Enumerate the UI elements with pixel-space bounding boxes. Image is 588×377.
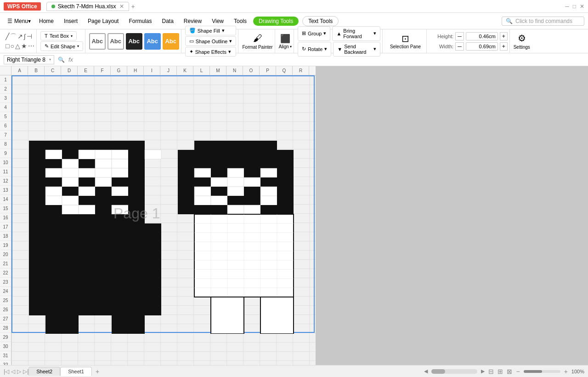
abc-style-1[interactable]: Abc (89, 33, 106, 50)
col-G[interactable]: G (111, 66, 127, 75)
zoom-slider[interactable] (524, 370, 560, 373)
connector-icon[interactable]: ⊣ (27, 33, 32, 41)
menu-review[interactable]: Review (179, 16, 206, 26)
search-box[interactable]: 🔍 Click to find commands (502, 17, 584, 26)
selection-pane-button[interactable]: ⊡ Selection Pane (386, 31, 424, 51)
curve-tool-icon[interactable]: ⌒ (10, 33, 17, 41)
svg-rect-33 (95, 177, 112, 187)
row-32: 32 (0, 360, 11, 365)
nav-first-icon[interactable]: |◁ (4, 368, 9, 375)
shape-effects-label: Shape Effects (195, 49, 226, 55)
horizontal-scrollbar[interactable] (431, 369, 477, 374)
normal-view-icon[interactable]: ⊟ (488, 368, 494, 375)
col-N[interactable]: N (226, 66, 243, 75)
menu-formulas[interactable]: Formulas (124, 16, 156, 26)
text-tools-tab[interactable]: Text Tools (302, 16, 339, 26)
col-I[interactable]: I (144, 66, 160, 75)
svg-rect-7 (29, 150, 45, 159)
menu-page-layout[interactable]: Page Layout (83, 16, 123, 26)
col-S[interactable]: S (309, 66, 316, 75)
triangle-tool-icon[interactable]: △ (15, 42, 20, 50)
menu-tools[interactable]: Tools (229, 16, 251, 26)
menu-button[interactable]: ☰ Menu ▾ (4, 16, 34, 26)
page-break-view-icon[interactable]: ⊠ (507, 368, 512, 375)
settings-label[interactable]: Settings (514, 45, 530, 50)
minimize-btn[interactable]: ─ (565, 3, 569, 10)
col-O[interactable]: O (243, 66, 260, 75)
square-tool-icon[interactable]: □ (6, 42, 9, 50)
zoom-search-icon[interactable]: 🔍 (58, 57, 65, 63)
more-shapes-icon[interactable]: ⋯ (28, 42, 34, 50)
page-layout-view-icon[interactable]: ⊞ (498, 368, 503, 375)
width-minus-icon[interactable]: ─ (455, 42, 464, 51)
height-minus-icon[interactable]: ─ (455, 32, 464, 40)
col-L[interactable]: L (193, 66, 210, 75)
abc-style-4[interactable]: Abc (144, 33, 161, 50)
zoom-in-icon[interactable]: + (564, 368, 568, 375)
col-M[interactable]: M (210, 66, 226, 75)
abc-style-2[interactable]: Abc (107, 33, 124, 50)
maximize-btn[interactable]: □ (573, 3, 576, 10)
abc-style-3[interactable]: Abc (126, 33, 142, 50)
col-A[interactable]: A (11, 66, 28, 75)
sheet-tab-sheet2[interactable]: Sheet2 (28, 367, 60, 376)
height-plus-icon[interactable]: + (500, 32, 508, 40)
shape-outline-button[interactable]: ▭ Shape Outline ▾ (185, 36, 237, 46)
edit-shape-button[interactable]: ✎ Edit Shape ▾ (40, 41, 83, 51)
menu-insert[interactable]: Insert (59, 16, 82, 26)
col-P[interactable]: P (260, 66, 276, 75)
col-F[interactable]: F (94, 66, 111, 75)
shape-effects-button[interactable]: ✦ Shape Effects ▾ (185, 47, 237, 57)
menu-view[interactable]: View (207, 16, 228, 26)
close-tab-icon[interactable]: ✕ (119, 3, 124, 10)
zoom-out-icon[interactable]: − (516, 368, 520, 375)
col-C[interactable]: C (45, 66, 61, 75)
name-box[interactable]: Right Triangle 8 ▾ (4, 55, 54, 64)
menu-data[interactable]: Data (157, 16, 178, 26)
col-E[interactable]: E (78, 66, 94, 75)
textbox-button[interactable]: T Text Box ▾ (40, 31, 77, 40)
width-plus-icon[interactable]: + (500, 42, 508, 51)
height-input[interactable] (466, 32, 498, 40)
add-sheet-button[interactable]: + (92, 366, 103, 377)
col-K[interactable]: K (177, 66, 193, 75)
scrollbar-thumb[interactable] (431, 369, 445, 374)
grid-area[interactable]: Page 1 ✏ ⚓ 📄 (11, 75, 316, 365)
svg-rect-75 (45, 269, 161, 279)
arrow-tool-icon[interactable]: ↗ (17, 33, 23, 41)
freeform-icon[interactable]: ∫ (24, 33, 26, 41)
close-btn[interactable]: ✕ (580, 3, 584, 10)
align-label: Align (279, 44, 289, 49)
width-input[interactable] (466, 42, 498, 51)
wps-logo[interactable]: WPS Office (4, 2, 41, 11)
line-tool-icon[interactable]: ╱ (6, 33, 9, 41)
format-painter-label[interactable]: Format Painter (242, 45, 272, 50)
bring-forward-button[interactable]: ▲ Bring Forward ▾ (332, 26, 380, 41)
menu-home[interactable]: Home (34, 16, 58, 26)
formula-input[interactable] (77, 57, 584, 63)
add-tab-button[interactable]: + (131, 3, 135, 10)
sheet-tab-sheet1[interactable]: Sheet1 (60, 367, 92, 376)
row-16: 16 (0, 213, 11, 223)
file-tab[interactable]: Skecth 7-Mdm Hua.xlsx ✕ (46, 2, 130, 11)
circle-tool-icon[interactable]: ○ (10, 42, 14, 50)
star-tool-icon[interactable]: ★ (21, 42, 27, 50)
rotate-button[interactable]: ↻ Rotate ▾ (298, 42, 331, 57)
nav-next-icon[interactable]: ▷ (17, 368, 21, 375)
col-D[interactable]: D (61, 66, 78, 75)
shape-fill-button[interactable]: 🪣 Shape Fill ▾ (185, 26, 237, 35)
send-backward-button[interactable]: ▼ Send Backward ▾ (333, 42, 380, 57)
fill-icon: 🪣 (189, 28, 196, 34)
col-J[interactable]: J (160, 66, 177, 75)
nav-last-icon[interactable]: ▷| (23, 368, 28, 375)
col-Q[interactable]: Q (276, 66, 293, 75)
group-button[interactable]: ⊞ Group ▾ (298, 26, 331, 41)
col-R[interactable]: R (293, 66, 309, 75)
abc-style-5[interactable]: Abc (163, 33, 179, 50)
drawing-tools-tab[interactable]: Drawing Tools (253, 17, 299, 26)
col-H[interactable]: H (127, 66, 144, 75)
nav-prev-icon[interactable]: ◁ (11, 368, 15, 375)
align-button[interactable]: ⬛ Align ▾ (279, 34, 292, 49)
col-B[interactable]: B (28, 66, 45, 75)
row-28: 28 (0, 324, 11, 333)
